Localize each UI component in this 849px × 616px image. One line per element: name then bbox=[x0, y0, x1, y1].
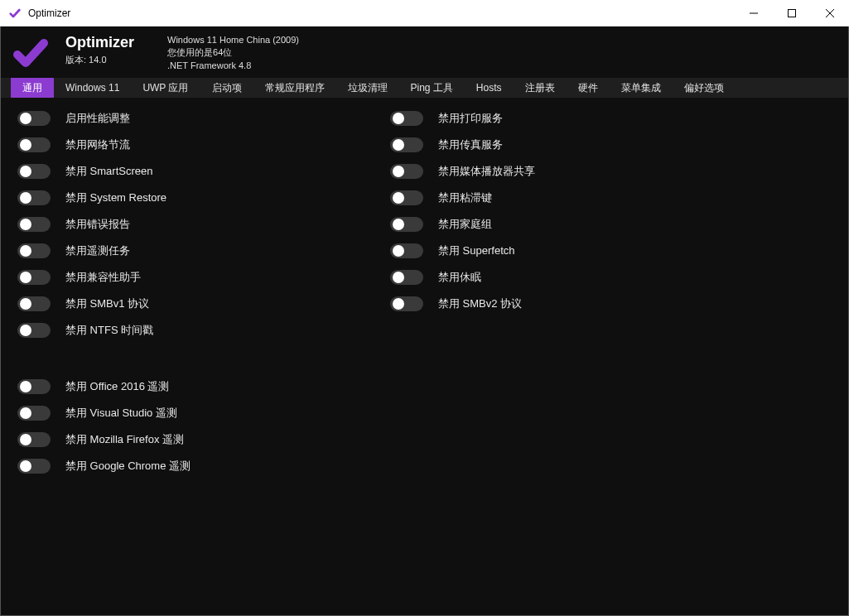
svg-rect-1 bbox=[789, 9, 796, 17]
toggle-label: 禁用家庭组 bbox=[438, 217, 492, 232]
toggle-row: 禁用 Mozilla Firefox 遥测 bbox=[17, 432, 374, 447]
toggle-knob bbox=[393, 113, 404, 124]
net-line: .NET Framework 4.8 bbox=[167, 60, 299, 72]
toggle-switch[interactable] bbox=[390, 164, 423, 179]
toggle-switch[interactable] bbox=[17, 217, 51, 232]
tab-9[interactable]: 硬件 bbox=[567, 78, 610, 98]
content-area: 启用性能调整禁用网络节流禁用 SmartScreen禁用 System Rest… bbox=[1, 98, 848, 615]
toggle-label: 禁用 Google Chrome 遥测 bbox=[65, 459, 191, 474]
toggle-knob bbox=[20, 113, 31, 124]
tab-6[interactable]: Ping 工具 bbox=[399, 78, 465, 98]
tab-7[interactable]: Hosts bbox=[465, 78, 514, 98]
tab-11[interactable]: 偏好选项 bbox=[673, 78, 736, 98]
toggle-label: 禁用粘滞键 bbox=[438, 190, 492, 205]
toggle-knob bbox=[20, 272, 31, 283]
toggle-knob bbox=[393, 139, 404, 151]
toggle-row: 禁用网络节流 bbox=[17, 137, 374, 152]
tab-1[interactable]: Windows 11 bbox=[54, 78, 131, 98]
toggle-knob bbox=[20, 381, 31, 392]
close-button[interactable] bbox=[811, 0, 849, 26]
toggle-knob bbox=[20, 298, 31, 310]
toggle-label: 禁用网络节流 bbox=[65, 137, 130, 152]
toggle-switch[interactable] bbox=[390, 190, 423, 205]
toggle-knob bbox=[393, 272, 404, 283]
toggle-label: 禁用媒体播放器共享 bbox=[438, 164, 535, 179]
toggle-row: 禁用遥测任务 bbox=[17, 243, 374, 258]
maximize-button[interactable] bbox=[773, 0, 811, 26]
toggle-label: 禁用 SmartScreen bbox=[65, 164, 152, 179]
logo-icon bbox=[11, 33, 51, 73]
tab-8[interactable]: 注册表 bbox=[514, 78, 567, 98]
toggle-row: 禁用家庭组 bbox=[390, 217, 746, 232]
toggle-switch[interactable] bbox=[17, 323, 51, 338]
app-name: Optimizer bbox=[65, 34, 134, 52]
toggle-row: 禁用 Google Chrome 遥测 bbox=[17, 459, 374, 474]
tab-5[interactable]: 垃圾清理 bbox=[336, 78, 399, 98]
app-version: 版本: 14.0 bbox=[65, 54, 134, 66]
window-controls bbox=[735, 0, 849, 26]
toggle-label: 禁用 Mozilla Firefox 遥测 bbox=[65, 432, 184, 447]
toggle-label: 禁用休眠 bbox=[438, 270, 481, 285]
tabs-bar: 通用Windows 11UWP 应用启动项常规应用程序垃圾清理Ping 工具Ho… bbox=[1, 78, 848, 98]
toggle-label: 禁用兼容性助手 bbox=[65, 270, 141, 285]
minimize-button[interactable] bbox=[735, 0, 773, 26]
bit-line: 您使用的是64位 bbox=[167, 46, 299, 59]
toggle-row: 禁用 SMBv1 协议 bbox=[17, 296, 374, 311]
tab-3[interactable]: 启动项 bbox=[200, 78, 253, 98]
toggle-switch[interactable] bbox=[390, 270, 423, 285]
toggle-knob bbox=[20, 325, 31, 336]
toggle-label: 禁用传真服务 bbox=[438, 137, 503, 152]
toggle-switch[interactable] bbox=[17, 164, 51, 179]
toggle-switch[interactable] bbox=[390, 111, 423, 126]
toggle-label: 禁用 NTFS 时间戳 bbox=[65, 323, 153, 338]
tab-2[interactable]: UWP 应用 bbox=[131, 78, 200, 98]
toggle-switch[interactable] bbox=[390, 296, 423, 311]
header: Optimizer 版本: 14.0 Windows 11 Home China… bbox=[1, 26, 848, 78]
toggle-label: 禁用打印服务 bbox=[438, 111, 503, 126]
toggle-switch[interactable] bbox=[17, 243, 51, 258]
toggle-row: 禁用 System Restore bbox=[17, 190, 374, 205]
toggle-row: 禁用打印服务 bbox=[390, 111, 746, 126]
header-texts: Optimizer 版本: 14.0 Windows 11 Home China… bbox=[65, 34, 299, 72]
toggle-row: 禁用 Superfetch bbox=[390, 243, 746, 258]
toggle-switch[interactable] bbox=[17, 137, 51, 152]
toggle-knob bbox=[393, 192, 404, 204]
toggle-switch[interactable] bbox=[17, 459, 51, 474]
toggle-row: 禁用粘滞键 bbox=[390, 190, 746, 205]
toggle-row: 禁用传真服务 bbox=[390, 137, 746, 152]
toggle-row: 禁用媒体播放器共享 bbox=[390, 164, 746, 179]
app-icon bbox=[8, 7, 22, 20]
toggle-knob bbox=[20, 460, 31, 472]
toggle-switch[interactable] bbox=[17, 406, 51, 421]
tab-10[interactable]: 菜单集成 bbox=[610, 78, 673, 98]
toggle-row: 禁用 Office 2016 遥测 bbox=[17, 379, 374, 394]
toggle-label: 禁用 System Restore bbox=[65, 190, 166, 205]
toggle-label: 禁用 SMBv2 协议 bbox=[438, 296, 522, 311]
toggle-knob bbox=[20, 219, 31, 230]
toggle-label: 禁用 Visual Studio 遥测 bbox=[65, 406, 177, 421]
toggle-knob bbox=[20, 166, 31, 177]
toggle-knob bbox=[20, 434, 31, 445]
toggle-switch[interactable] bbox=[17, 379, 51, 394]
toggle-switch[interactable] bbox=[17, 111, 51, 126]
toggle-switch[interactable] bbox=[17, 296, 51, 311]
toggle-row: 禁用 SmartScreen bbox=[17, 164, 374, 179]
toggle-row: 禁用错误报告 bbox=[17, 217, 374, 232]
group-spacer bbox=[17, 349, 374, 368]
toggle-switch[interactable] bbox=[17, 270, 51, 285]
toggle-knob bbox=[20, 192, 31, 204]
tab-0[interactable]: 通用 bbox=[11, 78, 54, 98]
right-column: 禁用打印服务禁用传真服务禁用媒体播放器共享禁用粘滞键禁用家庭组禁用 Superf… bbox=[390, 111, 746, 602]
app-body: Optimizer 版本: 14.0 Windows 11 Home China… bbox=[0, 26, 849, 616]
tab-4[interactable]: 常规应用程序 bbox=[253, 78, 336, 98]
toggle-switch[interactable] bbox=[390, 217, 423, 232]
toggle-switch[interactable] bbox=[390, 243, 423, 258]
toggle-knob bbox=[20, 139, 31, 151]
window-title: Optimizer bbox=[28, 7, 735, 19]
toggle-switch[interactable] bbox=[17, 432, 51, 447]
toggle-row: 禁用兼容性助手 bbox=[17, 270, 374, 285]
toggle-switch[interactable] bbox=[17, 190, 51, 205]
toggle-label: 禁用 SMBv1 协议 bbox=[65, 296, 149, 311]
titlebar: Optimizer bbox=[0, 0, 849, 26]
toggle-switch[interactable] bbox=[390, 137, 423, 152]
